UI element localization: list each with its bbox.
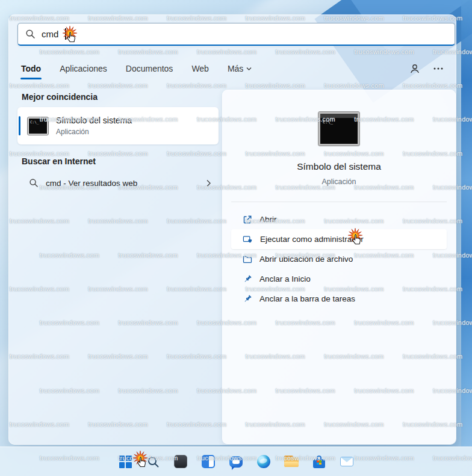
tab-label: Todo [21, 64, 41, 73]
search-flyout: cmd Todo Aplicaciones Documentos Web Más [8, 14, 456, 445]
action-list: Abrir Ejecutar como administrador Abrir … [231, 202, 447, 309]
chevron-down-icon [246, 67, 252, 71]
action-pin-to-start[interactable]: Anclar a Inicio [231, 269, 447, 289]
search-value: cmd [42, 29, 58, 39]
store-icon [312, 455, 326, 468]
edge-browser-icon [257, 455, 270, 468]
action-pin-to-taskbar[interactable]: Anclar a la barra de tareas [231, 289, 447, 309]
action-open[interactable]: Abrir [231, 209, 447, 229]
cmd-icon-titlebar [320, 114, 358, 118]
edge-button[interactable] [252, 450, 276, 474]
cmd-icon: C:\_ [318, 112, 359, 146]
preview-header: C:\_ Símbolo del sistema Aplicación [223, 90, 455, 186]
action-label: Abrir ubicación de archivo [259, 255, 353, 264]
hand-cursor-icon [67, 31, 76, 46]
taskbar [0, 447, 472, 476]
click-indicator-search [62, 25, 78, 41]
action-run-as-admin[interactable]: Ejecutar como administrador [231, 229, 447, 249]
selection-accent-bar [19, 116, 20, 135]
action-open-file-location[interactable]: Abrir ubicación de archivo [231, 249, 447, 269]
preview-title: Símbolo del sistema [223, 161, 455, 172]
search-input[interactable]: cmd [17, 23, 455, 46]
tab-label: Documentos [126, 64, 173, 73]
preview-subtitle: Aplicación [223, 178, 455, 186]
pin-icon [243, 294, 252, 304]
chat-button[interactable] [224, 450, 248, 474]
folder-icon [243, 255, 252, 264]
hand-cursor-icon [137, 456, 147, 471]
open-external-icon [243, 215, 252, 224]
pinned-app-button[interactable] [169, 450, 193, 474]
search-icon [29, 178, 39, 188]
action-label: Anclar a la barra de tareas [259, 294, 355, 303]
result-title: Símbolo del sistema [56, 116, 132, 126]
web-result-label: cmd - Ver resultados web [46, 179, 199, 188]
mail-button[interactable] [335, 450, 359, 474]
mail-icon [340, 457, 353, 466]
header-icon-group [409, 63, 446, 75]
search-filter-tabs: Todo Aplicaciones Documentos Web Más [20, 60, 446, 78]
screen: cmd Todo Aplicaciones Documentos Web Más [0, 0, 472, 476]
tab-label: Aplicaciones [60, 64, 107, 73]
search-icon [147, 456, 160, 468]
wallpaper-right-band [461, 0, 472, 448]
file-explorer-button[interactable] [279, 450, 303, 474]
tab-mas[interactable]: Más [226, 62, 253, 75]
task-view-icon [202, 455, 215, 468]
click-indicator-start [132, 450, 148, 466]
tab-todo[interactable]: Todo [20, 62, 42, 75]
user-account-icon[interactable] [409, 63, 421, 75]
chat-icon [229, 456, 243, 468]
best-match-heading: Mejor coincidencia [22, 92, 219, 102]
web-search-result[interactable]: cmd - Ver resultados web [17, 172, 219, 194]
search-icon [25, 29, 36, 39]
results-column: Mejor coincidencia C:\_ Símbolo del sist… [17, 88, 219, 194]
run-as-admin-icon [243, 235, 253, 244]
cmd-icon-text: C:\_ [323, 120, 333, 125]
preview-panel: C:\_ Símbolo del sistema Aplicación Abri… [222, 90, 456, 444]
web-search-heading: Buscar en Internet [22, 156, 219, 166]
tab-documentos[interactable]: Documentos [125, 62, 175, 75]
action-label: Abrir [259, 215, 277, 224]
action-label: Anclar a Inicio [259, 274, 311, 283]
tab-label: Web [191, 64, 209, 73]
best-match-result[interactable]: C:\_ Símbolo del sistema Aplicación [17, 107, 219, 144]
tab-aplicaciones[interactable]: Aplicaciones [58, 62, 108, 75]
task-view-button[interactable] [196, 450, 220, 474]
hand-cursor-icon [352, 233, 362, 248]
file-explorer-icon [284, 456, 299, 468]
store-button[interactable] [307, 450, 331, 474]
result-subtitle: Aplicación [56, 128, 132, 136]
pin-icon [243, 274, 252, 284]
cmd-icon-text: C:\_ [30, 120, 39, 124]
windows-start-icon [119, 456, 132, 468]
more-options-icon[interactable] [433, 67, 444, 70]
cmd-icon: C:\_ [28, 117, 48, 135]
tab-label: Más [228, 64, 243, 73]
dark-window-icon [174, 455, 187, 468]
click-indicator-admin [347, 227, 363, 243]
chevron-right-icon [206, 179, 211, 187]
tab-web[interactable]: Web [190, 62, 210, 75]
